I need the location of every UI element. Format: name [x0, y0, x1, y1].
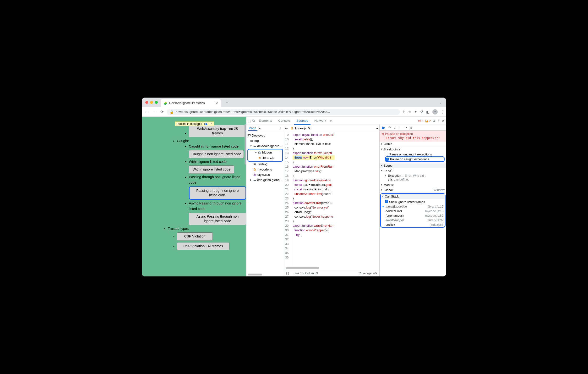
device-icon[interactable]: ⧉	[252, 119, 255, 123]
callstack-header[interactable]: Call Stack	[381, 194, 445, 199]
tab-network[interactable]: Network	[312, 117, 329, 125]
file-tab[interactable]: 🗎 library.js ✕	[289, 127, 312, 130]
deployed-node[interactable]: 🏷Deployed	[246, 133, 284, 138]
resume-button[interactable]: ▮▶	[381, 126, 386, 129]
devtools-menu-icon[interactable]: ⋮	[437, 119, 440, 123]
error-badge[interactable]: ⊗ 1	[418, 119, 424, 123]
title-bar: 🧩 DevTools ignore list stories ✕ + ⌄	[142, 97, 446, 107]
callstack-frame[interactable]: onclick(index):83	[381, 222, 445, 227]
nav-hscroll[interactable]	[248, 274, 262, 276]
extensions-icon[interactable]: ✦	[414, 110, 417, 114]
tabs-menu-icon[interactable]: ⌄	[439, 100, 442, 104]
scope-header[interactable]: Scope	[379, 163, 446, 168]
address-bar[interactable]: 🔒 devtools-ignore-list-stories.glitch.me…	[167, 109, 400, 115]
domain-node[interactable]: ☁devtools-ignore...	[246, 143, 284, 149]
devtools-panel: ⬚ ⧉ Elements Console Sources Network » ⊗…	[246, 117, 446, 277]
content-area: Paused in debugger ▮▶ ↷ WebAssembly trap…	[142, 117, 446, 277]
svg-point-0	[435, 111, 436, 112]
btn-1[interactable]: Caught in non ignore listed code	[189, 150, 244, 158]
btn-4[interactable]: Async Passing through non ignore listed …	[189, 213, 246, 225]
editor-tabs: ⇤ 🗎 library.js ✕ ⇥	[284, 125, 379, 132]
close-dot[interactable]	[145, 101, 148, 104]
settings-icon[interactable]: ⚙	[432, 119, 435, 123]
nav-menu-icon[interactable]: ⋮	[279, 127, 283, 130]
hidden-folder[interactable]: 🗀hidden	[249, 150, 282, 155]
step-icon[interactable]: →•	[403, 126, 407, 129]
profile-avatar[interactable]	[432, 109, 438, 115]
global-scope[interactable]: GlobalWindow	[379, 187, 446, 192]
coverage-text: Coverage: n/a	[358, 272, 378, 275]
style-file[interactable]: 🗎style.css	[246, 172, 284, 177]
back-button[interactable]: ←	[144, 110, 149, 114]
pause-message: ⊗ Paused on exception Error: Why did thi…	[379, 130, 446, 142]
tabs-overflow-icon[interactable]: »	[330, 119, 332, 122]
warning-badge[interactable]: ◪ 2	[425, 119, 431, 123]
step-into-icon[interactable]: ↓	[394, 126, 396, 129]
editor-hscroll[interactable]	[286, 267, 319, 269]
btn-5[interactable]: CSP Violation	[177, 232, 213, 240]
checkbox-checked[interactable]	[386, 158, 389, 161]
bp-caught[interactable]: Pause on caught exceptions	[385, 156, 445, 162]
devtools-close-icon[interactable]: ✕	[442, 119, 445, 123]
reload-button[interactable]: ⟳	[159, 109, 164, 114]
nav-overflow-icon[interactable]: »	[259, 127, 261, 130]
labs-icon[interactable]: ⚗	[420, 110, 423, 114]
callstack-frame[interactable]: (anonymous)mycode.js:89	[381, 213, 445, 218]
watch-section[interactable]: Watch	[379, 142, 446, 147]
trusted-heading: Trusted types:	[168, 226, 246, 232]
nav-toggle-icon[interactable]: ⇤	[285, 127, 288, 130]
show-ignored-row[interactable]: Show ignore-listed frames	[381, 199, 445, 204]
deactivate-bp-icon[interactable]: ⊘	[410, 126, 413, 129]
page-tab[interactable]: Page	[248, 126, 257, 131]
step-out-icon[interactable]: ↑	[399, 126, 400, 129]
menu-icon[interactable]: ⋮	[441, 110, 444, 114]
tab-title: DevTools ignore list stories	[169, 101, 205, 105]
top-node[interactable]: ▭top	[246, 138, 284, 143]
item-1: Caught in non ignore listed code	[189, 144, 239, 148]
editor: ⇤ 🗎 library.js ✕ ⇥ 910111213141516171819…	[284, 125, 379, 277]
toolbar-icons: ⇧ ☆ ✦ ⚗ ◧ ⋮	[402, 109, 444, 115]
checkbox-unchecked[interactable]	[385, 153, 388, 156]
tab-elements[interactable]: Elements	[256, 117, 274, 125]
scrollbar-thumb[interactable]	[244, 124, 246, 164]
btn-wasm[interactable]: WebAssembly trap - no JS frames	[189, 125, 246, 137]
bp-uncaught[interactable]: Pause on uncaught exceptions	[385, 152, 445, 156]
callstack-frame[interactable]: doWithErrormycode.js:18	[381, 209, 445, 213]
star-icon[interactable]: ☆	[408, 110, 411, 114]
step-icon[interactable]: ↷	[210, 122, 212, 126]
breakpoints-header[interactable]: Breakpoints	[379, 147, 446, 152]
mycode-file[interactable]: 🗎mycode.js	[246, 167, 284, 172]
cdn-node[interactable]: ☁cdn.glitch.globa...	[246, 177, 284, 183]
resume-icon[interactable]: ▮▶	[204, 122, 208, 126]
source-code[interactable]: 9101112131415161718192021222324252627282…	[284, 132, 379, 266]
item-3: Passing through non ignore listed code	[189, 175, 240, 184]
share-icon[interactable]: ⇧	[402, 110, 405, 114]
browser-tab[interactable]: 🧩 DevTools ignore list stories ✕	[161, 99, 221, 107]
pause-detail: Error: Why did this happen????	[386, 136, 444, 140]
pretty-print-icon[interactable]: { }	[286, 272, 289, 275]
btn-6[interactable]: CSP Violation - All frames	[177, 242, 230, 250]
index-file[interactable]: 🗎(index)	[246, 162, 284, 167]
btn-2[interactable]: Within ignore listed code	[189, 165, 234, 173]
breakpoints-section: Breakpoints Pause on uncaught exceptions…	[379, 147, 446, 163]
checkbox-checked[interactable]	[385, 200, 388, 203]
btn-3[interactable]: Passing through non ignore listed code	[189, 186, 246, 200]
step-over-icon[interactable]: ↷	[388, 126, 391, 129]
new-tab-button[interactable]: +	[226, 100, 228, 105]
inspect-icon[interactable]: ⬚	[248, 119, 251, 123]
item-2: Within ignore listed code	[189, 160, 227, 164]
tab-console[interactable]: Console	[276, 117, 293, 125]
file-close-icon[interactable]: ✕	[308, 127, 311, 130]
callstack-frame[interactable]: throwExceptionlibrary.js:15	[381, 204, 445, 209]
minimize-dot[interactable]	[150, 101, 153, 104]
forward-button: →	[152, 110, 157, 114]
panel-icon[interactable]: ◧	[426, 110, 430, 114]
sidebar-toggle-icon[interactable]: ⇥	[376, 127, 378, 130]
cursor-position: Line 15, Column 3	[294, 272, 318, 275]
module-scope[interactable]: Module	[379, 182, 446, 187]
tab-sources[interactable]: Sources	[294, 117, 311, 125]
maximize-dot[interactable]	[155, 101, 158, 104]
callstack-frame[interactable]: errorWrapperlibrary.js:37	[381, 218, 445, 222]
tab-close-icon[interactable]: ✕	[215, 101, 218, 105]
library-file[interactable]: 🗎library.js	[249, 155, 282, 160]
